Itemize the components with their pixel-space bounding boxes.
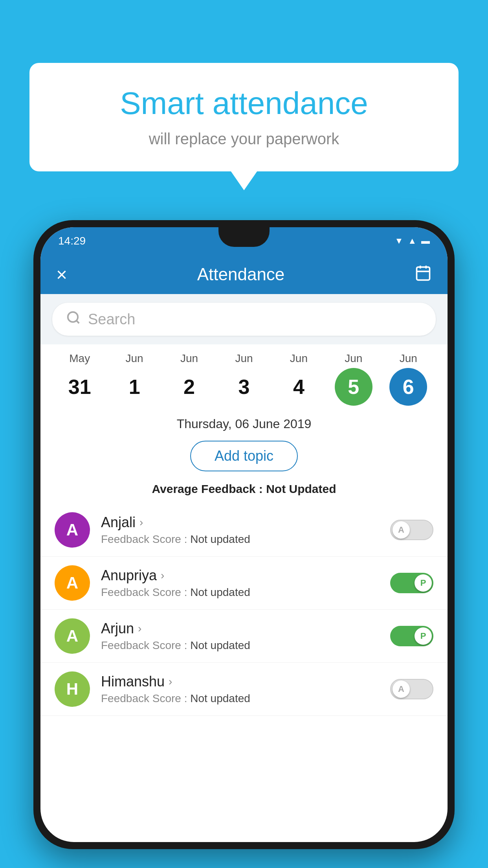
day-month-label: Jun (126, 352, 143, 365)
speech-bubble: Smart attendance will replace your paper… (29, 63, 459, 171)
search-bar[interactable]: Search (52, 303, 436, 336)
svg-point-4 (68, 312, 78, 322)
calendar-day-4[interactable]: Jun4 (280, 352, 317, 406)
calendar-day-5[interactable]: Jun5 (335, 352, 372, 406)
day-number[interactable]: 6 (389, 368, 427, 406)
day-month-label: Jun (235, 352, 253, 365)
day-number[interactable]: 4 (280, 368, 317, 406)
wifi-icon: ▼ (394, 236, 403, 246)
student-item[interactable]: AAnjali ›Feedback Score : Not updatedA (40, 504, 448, 557)
feedback-score: Feedback Score : Not updated (101, 692, 379, 705)
phone-screen: 14:29 ▼ ▲ ▬ × Attendance (40, 227, 448, 842)
chevron-icon: › (161, 569, 164, 582)
avg-feedback-label: Average Feedback : (152, 482, 266, 495)
student-info: Arjun ›Feedback Score : Not updated (101, 620, 379, 652)
average-feedback: Average Feedback : Not Updated (40, 479, 448, 504)
attendance-toggle[interactable]: A (390, 679, 433, 699)
day-month-label: Jun (180, 352, 198, 365)
chevron-icon: › (138, 622, 141, 635)
student-name: Arjun › (101, 620, 379, 637)
phone-frame: 14:29 ▼ ▲ ▬ × Attendance (33, 220, 455, 849)
avatar: A (55, 618, 90, 654)
day-month-label: May (69, 352, 90, 365)
search-icon (66, 310, 81, 329)
svg-line-5 (76, 320, 79, 323)
day-number[interactable]: 2 (171, 368, 208, 406)
bubble-subtitle: will replace your paperwork (53, 130, 435, 148)
feedback-score: Feedback Score : Not updated (101, 639, 379, 652)
avatar: A (55, 565, 90, 601)
calendar-day-6[interactable]: Jun6 (389, 352, 427, 406)
status-time: 14:29 (58, 235, 86, 247)
student-item[interactable]: AArjun ›Feedback Score : Not updatedP (40, 610, 448, 663)
chevron-icon: › (169, 675, 172, 688)
feedback-score: Feedback Score : Not updated (101, 533, 379, 546)
selected-date-label: Thursday, 06 June 2019 (40, 410, 448, 435)
day-number[interactable]: 3 (225, 368, 263, 406)
student-item[interactable]: HHimanshu ›Feedback Score : Not updatedA (40, 663, 448, 716)
feedback-score: Feedback Score : Not updated (101, 586, 379, 599)
calendar-icon[interactable] (415, 264, 432, 285)
student-name: Anjali › (101, 514, 379, 531)
chevron-icon: › (139, 516, 143, 529)
add-topic-container: Add topic (40, 435, 448, 479)
attendance-toggle[interactable]: P (390, 573, 433, 593)
signal-icon: ▲ (408, 236, 416, 246)
search-placeholder: Search (88, 311, 135, 328)
bubble-title: Smart attendance (53, 85, 435, 122)
student-name: Himanshu › (101, 673, 379, 690)
status-bar: 14:29 ▼ ▲ ▬ (40, 227, 448, 255)
avatar: H (55, 671, 90, 707)
student-info: Himanshu ›Feedback Score : Not updated (101, 673, 379, 705)
avatar: A (55, 512, 90, 548)
avg-feedback-value: Not Updated (266, 482, 336, 495)
day-month-label: Jun (400, 352, 417, 365)
attendance-toggle[interactable]: A (390, 520, 433, 540)
student-name: Anupriya › (101, 567, 379, 584)
student-list: AAnjali ›Feedback Score : Not updatedAAA… (40, 504, 448, 716)
search-container: Search (40, 294, 448, 344)
calendar-strip: May31Jun1Jun2Jun3Jun4Jun5Jun6 (40, 344, 448, 410)
app-header: × Attendance (40, 255, 448, 294)
calendar-day-0[interactable]: May31 (61, 352, 99, 406)
battery-icon: ▬ (421, 236, 430, 246)
day-number[interactable]: 1 (116, 368, 153, 406)
day-month-label: Jun (345, 352, 362, 365)
calendar-day-3[interactable]: Jun3 (225, 352, 263, 406)
attendance-toggle[interactable]: P (390, 626, 433, 646)
svg-rect-0 (417, 267, 430, 280)
add-topic-button[interactable]: Add topic (190, 441, 298, 471)
phone-wrapper: 14:29 ▼ ▲ ▬ × Attendance (33, 220, 455, 868)
student-info: Anupriya ›Feedback Score : Not updated (101, 567, 379, 599)
calendar-day-1[interactable]: Jun1 (116, 352, 153, 406)
student-info: Anjali ›Feedback Score : Not updated (101, 514, 379, 546)
header-title: Attendance (197, 265, 285, 284)
day-number[interactable]: 5 (335, 368, 372, 406)
student-item[interactable]: AAnupriya ›Feedback Score : Not updatedP (40, 557, 448, 610)
close-button[interactable]: × (56, 264, 67, 285)
notch (218, 227, 270, 247)
status-icons: ▼ ▲ ▬ (394, 236, 430, 246)
calendar-day-2[interactable]: Jun2 (171, 352, 208, 406)
day-month-label: Jun (290, 352, 308, 365)
day-number[interactable]: 31 (61, 368, 99, 406)
